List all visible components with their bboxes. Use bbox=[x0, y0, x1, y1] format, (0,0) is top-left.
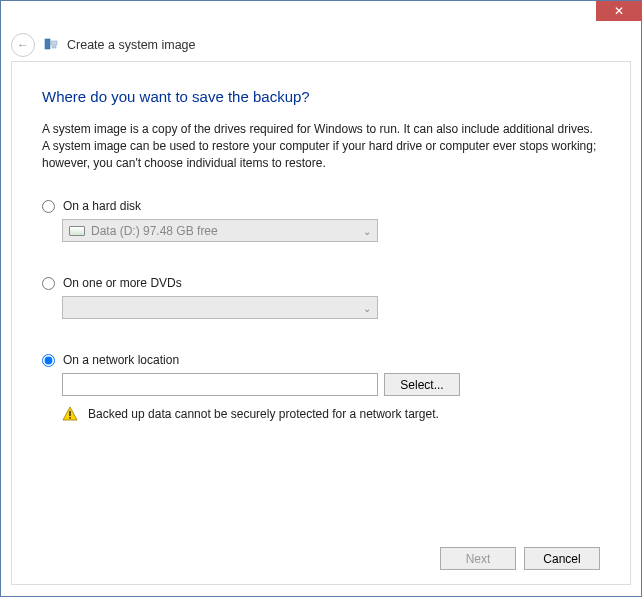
titlebar: ✕ bbox=[1, 1, 641, 29]
svg-rect-2 bbox=[52, 46, 56, 48]
cancel-button[interactable]: Cancel bbox=[524, 547, 600, 570]
option-hard-disk-group: On a hard disk Data (D:) 97.48 GB free ⌄ bbox=[42, 199, 600, 242]
svg-rect-0 bbox=[45, 39, 50, 49]
system-image-icon bbox=[43, 37, 59, 53]
wizard-footer: Next Cancel bbox=[440, 547, 600, 570]
svg-rect-5 bbox=[69, 417, 71, 419]
option-dvds-group: On one or more DVDs ⌄ bbox=[42, 276, 600, 319]
chevron-down-icon: ⌄ bbox=[363, 225, 371, 236]
close-icon: ✕ bbox=[614, 4, 624, 18]
network-warning-text: Backed up data cannot be securely protec… bbox=[88, 407, 439, 421]
option-dvds[interactable]: On one or more DVDs bbox=[42, 276, 600, 290]
radio-network[interactable] bbox=[42, 354, 55, 367]
header-title: Create a system image bbox=[67, 38, 196, 52]
drive-icon bbox=[69, 226, 85, 236]
network-input-row: Select... bbox=[62, 373, 600, 396]
page-description: A system image is a copy of the drives r… bbox=[42, 121, 600, 171]
network-warning-row: Backed up data cannot be securely protec… bbox=[62, 406, 600, 422]
network-path-input[interactable] bbox=[62, 373, 378, 396]
dvds-dropdown[interactable]: ⌄ bbox=[62, 296, 378, 319]
option-hard-disk[interactable]: On a hard disk bbox=[42, 199, 600, 213]
close-button[interactable]: ✕ bbox=[596, 1, 641, 21]
hard-disk-selected-value: Data (D:) 97.48 GB free bbox=[91, 224, 218, 238]
wizard-header: ← Create a system image bbox=[1, 29, 641, 61]
option-network[interactable]: On a network location bbox=[42, 353, 600, 367]
svg-rect-1 bbox=[51, 41, 57, 45]
next-button[interactable]: Next bbox=[440, 547, 516, 570]
back-arrow-icon: ← bbox=[17, 38, 29, 52]
warning-icon bbox=[62, 406, 78, 422]
radio-dvds[interactable] bbox=[42, 277, 55, 290]
select-network-button[interactable]: Select... bbox=[384, 373, 460, 396]
option-network-group: On a network location Select... Backed u… bbox=[42, 353, 600, 422]
wizard-content: Where do you want to save the backup? A … bbox=[11, 61, 631, 585]
back-button[interactable]: ← bbox=[11, 33, 35, 57]
option-dvds-label: On one or more DVDs bbox=[63, 276, 182, 290]
radio-hard-disk[interactable] bbox=[42, 200, 55, 213]
hard-disk-dropdown[interactable]: Data (D:) 97.48 GB free ⌄ bbox=[62, 219, 378, 242]
option-network-label: On a network location bbox=[63, 353, 179, 367]
chevron-down-icon: ⌄ bbox=[363, 302, 371, 313]
svg-rect-4 bbox=[69, 411, 71, 416]
page-heading: Where do you want to save the backup? bbox=[42, 88, 600, 105]
option-hard-disk-label: On a hard disk bbox=[63, 199, 141, 213]
